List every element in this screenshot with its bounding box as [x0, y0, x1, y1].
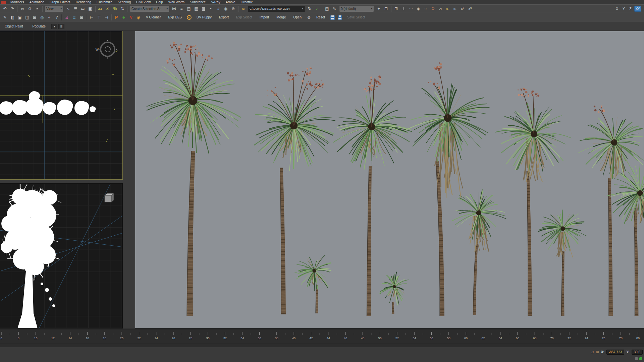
- timeline-track-bar[interactable]: 6810121416182022242628303234363840424446…: [0, 328, 644, 347]
- magnet-icon[interactable]: Ω: [429, 5, 437, 12]
- perspective-viewport-canvas[interactable]: [135, 31, 644, 328]
- grid-toggle-icon[interactable]: ⊞: [596, 350, 599, 354]
- menu-help[interactable]: Help: [153, 0, 166, 4]
- menu-modifiers[interactable]: Modifiers: [8, 0, 27, 4]
- menu-wall-worm[interactable]: Wall Worm: [166, 0, 187, 4]
- select-object-icon[interactable]: ↖: [64, 5, 72, 12]
- notes-icon[interactable]: ≣: [70, 14, 78, 21]
- calculator-icon[interactable]: ⊞: [78, 14, 85, 21]
- ortho-toggle-icon[interactable]: ⊥: [400, 5, 407, 12]
- v-cleaner-button[interactable]: V Cleaner: [142, 14, 164, 21]
- flag-icon[interactable]: ▻: [444, 5, 451, 12]
- help-icon[interactable]: ?: [53, 14, 60, 21]
- window-crossing-icon[interactable]: ▣: [87, 5, 94, 12]
- exp-ues-button[interactable]: Exp UES: [164, 14, 185, 21]
- named-selection-combo[interactable]: Create Selection Se▾: [130, 6, 169, 12]
- axis-z-button[interactable]: Z: [628, 6, 634, 12]
- material-editor-icon[interactable]: ◉: [222, 5, 229, 12]
- flag-alt-icon[interactable]: ▻: [451, 5, 459, 12]
- dots-menu-icon[interactable]: ⋯: [407, 5, 415, 12]
- menu-animation[interactable]: Animation: [27, 0, 47, 4]
- status-ok-icon[interactable]: [639, 357, 642, 360]
- tab-object-paint[interactable]: Object Paint: [0, 22, 28, 31]
- spinner-snap-icon[interactable]: ⇅: [119, 5, 126, 12]
- merge-button[interactable]: Merge: [273, 14, 289, 21]
- grid-display-icon[interactable]: ⊞: [31, 14, 38, 21]
- paint-fill-icon[interactable]: ◧: [9, 14, 16, 21]
- menu-civil-view[interactable]: Civil View: [133, 0, 153, 4]
- world-icon[interactable]: ◍: [38, 14, 46, 21]
- schematic-view-icon[interactable]: #: [215, 5, 222, 12]
- unlink-icon[interactable]: ⊘: [26, 5, 34, 12]
- align-center-icon[interactable]: ⊤: [95, 14, 103, 21]
- object-paint-icon[interactable]: ✎: [1, 14, 9, 21]
- menu-arnold[interactable]: Arnold: [223, 0, 238, 4]
- menu-rendering[interactable]: Rendering: [73, 0, 94, 4]
- sync-icon[interactable]: ↻: [306, 5, 313, 12]
- uv-puppy-button[interactable]: UV Puppy: [193, 14, 215, 21]
- layer-combo[interactable]: 0 (default)▾: [339, 6, 374, 12]
- ribbon-toggle-icon[interactable]: ▩: [200, 5, 207, 12]
- open-button[interactable]: Open: [290, 14, 305, 21]
- notes-list-icon[interactable]: ▤: [323, 5, 331, 12]
- menu-scripting[interactable]: Scripting: [115, 0, 133, 4]
- vray-plugin-icon[interactable]: V: [127, 14, 135, 21]
- export-button[interactable]: Export: [215, 14, 232, 21]
- align-right-icon[interactable]: ⊣: [103, 14, 110, 21]
- select-by-name-icon[interactable]: ≣: [72, 5, 79, 12]
- save-plus-icon[interactable]: [336, 14, 343, 21]
- curve-editor-icon[interactable]: ~: [207, 5, 215, 12]
- scene-explorer-icon[interactable]: ▤: [185, 5, 193, 12]
- dual-display-icon[interactable]: ◫: [23, 14, 31, 21]
- settings-gear-icon[interactable]: ⊛: [305, 14, 313, 21]
- tab-populate[interactable]: Populate: [28, 22, 50, 31]
- x-squared-icon[interactable]: x²: [459, 5, 466, 12]
- phoenix-plugin-icon[interactable]: P: [113, 14, 120, 21]
- select-link-icon[interactable]: ∞: [19, 5, 26, 12]
- ribbon-menu-icon[interactable]: ≣: [58, 24, 64, 29]
- pencil-icon[interactable]: ✎: [331, 5, 338, 12]
- viewport-left[interactable]: [0, 183, 123, 328]
- angle-snap-icon[interactable]: ∠: [104, 5, 111, 12]
- uv-tool-icon[interactable]: U: [185, 14, 193, 21]
- stats-chart-icon[interactable]: ⊿: [63, 14, 70, 21]
- x-coordinate-value[interactable]: -857.723: [606, 350, 624, 355]
- axis-y-button[interactable]: Y: [621, 6, 627, 12]
- viewport-perspective[interactable]: [135, 31, 644, 328]
- axis-xy-button[interactable]: XY: [634, 6, 641, 12]
- menu-customize[interactable]: Customize: [94, 0, 115, 4]
- cache-icon[interactable]: ≋: [239, 5, 247, 12]
- anima-plugin-icon[interactable]: ◉: [135, 14, 142, 21]
- selection-filter-combo[interactable]: View▾: [45, 6, 63, 12]
- bind-spacewarp-icon[interactable]: ≈: [34, 5, 41, 12]
- layers-stack-icon[interactable]: ⊟: [382, 5, 390, 12]
- forest-plugin-icon[interactable]: ♣: [120, 14, 127, 21]
- reset-button[interactable]: Reset: [313, 14, 329, 21]
- axis-tripod-icon[interactable]: ⊿: [591, 350, 594, 354]
- pan-icon[interactable]: ⌖: [46, 14, 53, 21]
- menu-graph-editors[interactable]: Graph Editors: [47, 0, 73, 4]
- menu-v-ray[interactable]: V-Ray: [208, 0, 223, 4]
- status-tray-icon[interactable]: [635, 357, 638, 360]
- working-pivot-icon[interactable]: ◈: [415, 5, 422, 12]
- align-icon[interactable]: ≡: [178, 5, 185, 12]
- app-logo-icon[interactable]: [1, 1, 6, 4]
- layer-explorer-icon[interactable]: ▦: [193, 5, 200, 12]
- add-layer-icon[interactable]: +: [375, 5, 382, 12]
- render-setup-icon[interactable]: ⊛: [229, 5, 237, 12]
- isolate-selection-icon[interactable]: ◌: [422, 5, 429, 12]
- viewport-front[interactable]: W: [0, 31, 123, 180]
- x-cubed-icon[interactable]: x³: [466, 5, 474, 12]
- front-viewport-canvas[interactable]: W: [0, 31, 123, 180]
- measure-angle-icon[interactable]: ⊿: [437, 5, 444, 12]
- menu-substance[interactable]: Substance: [187, 0, 208, 4]
- snaps-toggle-icon[interactable]: 2.5: [97, 5, 104, 12]
- import-button[interactable]: Import: [256, 14, 273, 21]
- menu-ornatrix[interactable]: Ornatrix: [238, 0, 256, 4]
- grid-array-icon[interactable]: ⊞: [392, 5, 400, 12]
- save-file-icon[interactable]: [329, 14, 336, 21]
- left-viewport-canvas[interactable]: [0, 183, 123, 328]
- axis-x-button[interactable]: X: [614, 6, 620, 12]
- align-left-icon[interactable]: ⊢: [88, 14, 95, 21]
- ribbon-pin-icon[interactable]: ▾: [51, 24, 57, 29]
